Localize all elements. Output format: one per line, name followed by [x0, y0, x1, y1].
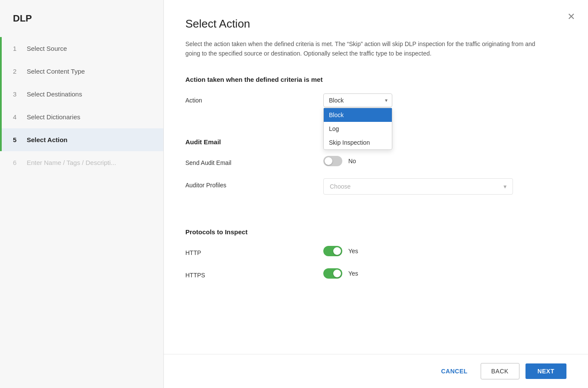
http-control: Yes	[323, 246, 566, 256]
next-button[interactable]: NEXT	[525, 363, 566, 379]
back-button[interactable]: BACK	[481, 363, 519, 379]
modal-wrapper: DLP 1 Select Source 2 Select Content Typ…	[0, 0, 588, 388]
http-toggle-wrapper: Yes	[323, 246, 566, 256]
description-text: Select the action taken when the defined…	[185, 39, 539, 59]
dropdown-option-log[interactable]: Log	[324, 122, 392, 136]
sidebar-item-label-5: Select Action	[27, 136, 67, 143]
https-row: HTTPS Yes	[185, 268, 566, 279]
http-label: HTTP	[185, 246, 323, 256]
action-dropdown-value: Block	[329, 97, 344, 104]
action-row: Action Block ▾ Block Log Skip Inspection	[185, 93, 566, 107]
step-num-1: 1	[13, 45, 22, 52]
auditor-profiles-row: Auditor Profiles Choose ▾	[185, 178, 566, 195]
https-toggle-status: Yes	[348, 270, 358, 277]
send-audit-email-toggle[interactable]	[323, 156, 342, 166]
step-num-3: 3	[13, 90, 22, 98]
toggle-knob	[325, 157, 332, 165]
https-toggle-wrapper: Yes	[323, 268, 566, 279]
cancel-button[interactable]: CANCEL	[434, 363, 474, 379]
auditor-profiles-dropdown[interactable]: Choose ▾	[323, 178, 513, 195]
sidebar-item-label-3: Select Destinations	[27, 90, 82, 98]
send-audit-email-status: No	[348, 158, 356, 165]
sidebar-item-select-destinations[interactable]: 3 Select Destinations	[0, 83, 163, 106]
dropdown-option-skip-inspection[interactable]: Skip Inspection	[324, 136, 392, 149]
action-dropdown-menu: Block Log Skip Inspection	[323, 108, 392, 150]
protocols-section-label: Protocols to Inspect	[185, 228, 566, 236]
sidebar: DLP 1 Select Source 2 Select Content Typ…	[0, 0, 164, 388]
http-row: HTTP Yes	[185, 246, 566, 256]
step-num-6: 6	[13, 159, 22, 166]
action-section-label: Action taken when the defined criteria i…	[185, 76, 566, 83]
sidebar-item-enter-name[interactable]: 6 Enter Name / Tags / Descripti...	[0, 151, 163, 174]
auditor-profiles-placeholder: Choose	[330, 183, 350, 190]
action-control: Block ▾ Block Log Skip Inspection	[323, 93, 566, 107]
auditor-profiles-label: Auditor Profiles	[185, 178, 323, 189]
https-toggle-knob	[333, 270, 341, 277]
send-audit-email-label: Send Audit Email	[185, 156, 323, 166]
action-dropdown[interactable]: Block ▾	[323, 93, 392, 107]
action-label: Action	[185, 93, 323, 104]
auditor-profiles-arrow-icon: ▾	[504, 183, 507, 190]
step-num-2: 2	[13, 68, 22, 75]
auditor-profiles-control: Choose ▾	[323, 178, 566, 195]
action-dropdown-wrapper: Block ▾ Block Log Skip Inspection	[323, 93, 392, 107]
http-toggle-knob	[333, 247, 341, 255]
app-title: DLP	[0, 13, 163, 37]
sidebar-item-label-1: Select Source	[27, 45, 67, 52]
send-audit-email-control: No	[323, 156, 566, 166]
footer: CANCEL BACK NEXT	[164, 354, 588, 388]
https-toggle[interactable]	[323, 268, 342, 279]
sidebar-item-select-source[interactable]: 1 Select Source	[0, 37, 163, 60]
http-toggle-status: Yes	[348, 248, 358, 255]
step-num-5: 5	[13, 136, 22, 143]
close-button[interactable]: ✕	[567, 12, 575, 22]
sidebar-item-label-4: Select Dictionaries	[27, 113, 80, 121]
https-control: Yes	[323, 268, 566, 279]
sidebar-item-label-6: Enter Name / Tags / Descripti...	[27, 159, 116, 166]
dropdown-option-block[interactable]: Block	[324, 108, 392, 122]
sidebar-item-select-content-type[interactable]: 2 Select Content Type	[0, 60, 163, 83]
sidebar-item-select-dictionaries[interactable]: 4 Select Dictionaries	[0, 106, 163, 128]
sidebar-item-label-2: Select Content Type	[27, 68, 85, 75]
sidebar-item-select-action[interactable]: 5 Select Action	[0, 128, 163, 151]
https-label: HTTPS	[185, 268, 323, 279]
dropdown-arrow-icon: ▾	[385, 97, 388, 103]
step-num-4: 4	[13, 113, 22, 121]
send-audit-email-toggle-wrapper: No	[323, 156, 566, 166]
main-content: ✕ Select Action Select the action taken …	[164, 0, 588, 388]
http-toggle[interactable]	[323, 246, 342, 256]
send-audit-email-row: Send Audit Email No	[185, 156, 566, 166]
page-title: Select Action	[185, 17, 566, 31]
